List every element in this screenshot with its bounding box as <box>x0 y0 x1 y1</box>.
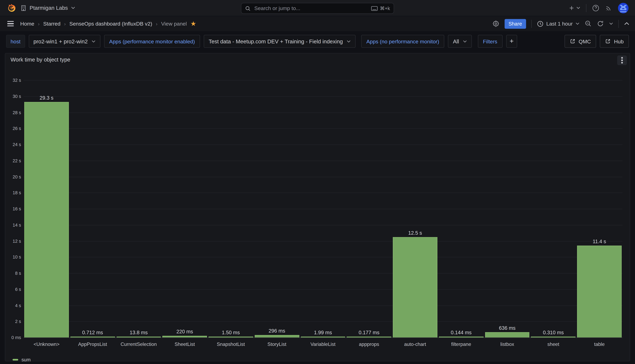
grafana-app: Ptarmigan Labs ⌘+k + <box>0 0 635 364</box>
y-tick-label: 32 s <box>13 78 21 82</box>
chevron-down-icon <box>71 6 75 9</box>
breadcrumb-home[interactable]: Home <box>20 20 35 27</box>
legend-item-sum[interactable]: sum <box>13 357 31 362</box>
bar[interactable] <box>577 246 622 338</box>
bar-value-label: 0.177 ms <box>346 330 392 336</box>
star-icon[interactable]: ★ <box>190 20 196 27</box>
plot-area: 29.3 s0.712 ms13.8 ms220 ms1.50 ms296 ms… <box>24 80 622 337</box>
y-tick-label: 4 s <box>15 303 21 308</box>
menu-button[interactable] <box>6 19 16 28</box>
bar[interactable] <box>393 237 437 338</box>
bar-value-label: 0.144 ms <box>438 330 484 336</box>
y-tick-label: 0 ms <box>12 335 21 340</box>
bar-column: 220 ms <box>162 80 208 337</box>
breadcrumb-dashboard[interactable]: SenseOps dashboard (InfluxDB v2) <box>70 20 152 27</box>
org-switcher[interactable]: Ptarmigan Labs <box>20 5 75 11</box>
plus-icon: + <box>569 4 574 12</box>
refresh-interval-dropdown[interactable] <box>609 22 613 25</box>
refresh-button[interactable] <box>597 20 604 27</box>
qmc-button[interactable]: QMC <box>564 35 596 48</box>
time-range-picker[interactable]: Last 1 hour <box>537 20 579 27</box>
apps-perf-enabled-link[interactable]: Apps (performance monitor enabled) <box>104 35 200 48</box>
x-tick-label: AppPropsList <box>70 342 116 347</box>
bar[interactable] <box>255 335 299 338</box>
org-name: Ptarmigan Labs <box>30 5 68 11</box>
panel-work-time-by-object-type: Work time by object type 32 s30 s28 s26 … <box>5 53 630 361</box>
top-header: Ptarmigan Labs ⌘+k + <box>0 0 635 16</box>
y-tick-label: 22 s <box>13 158 21 163</box>
panel-menu-button[interactable] <box>617 56 627 65</box>
chevron-down-icon <box>91 40 95 42</box>
bar[interactable] <box>347 336 391 337</box>
x-tick-label: appprops <box>346 342 392 347</box>
all-dropdown[interactable]: All <box>448 35 472 48</box>
grafana-logo-icon[interactable] <box>7 3 16 13</box>
bar[interactable] <box>485 332 530 338</box>
bar[interactable] <box>531 336 576 337</box>
bar-column: 1.99 ms <box>300 80 346 337</box>
bar-column: 0.712 ms <box>70 80 116 337</box>
bar[interactable] <box>24 102 69 337</box>
app-variable-value: Test data - Meetup.com DEV + Training - … <box>209 38 343 44</box>
gear-icon <box>492 20 499 27</box>
search-icon <box>245 6 251 11</box>
apps-no-perf-link[interactable]: Apps (no performance monitor) <box>361 35 444 48</box>
share-button[interactable]: Share <box>504 19 526 28</box>
zoom-out-button[interactable] <box>585 20 592 27</box>
legend-swatch <box>13 359 18 360</box>
y-tick-label: 24 s <box>13 142 21 147</box>
bar-value-label: 0.310 ms <box>530 330 576 336</box>
dashboard-settings-button[interactable] <box>492 20 499 27</box>
search-input[interactable] <box>253 5 368 12</box>
x-tick-label: <Unknown> <box>24 342 70 347</box>
bar-column: 11.4 s <box>576 80 622 337</box>
bar[interactable] <box>208 336 253 337</box>
panel-title[interactable]: Work time by object type <box>11 57 70 63</box>
refresh-icon <box>597 20 604 27</box>
bar-value-label: 12.5 s <box>392 230 438 236</box>
bar-column: 636 ms <box>484 80 530 337</box>
host-variable-value: pro2-win1 + pro2-win2 <box>34 38 88 44</box>
breadcrumb: Home › Starred › SenseOps dashboard (Inf… <box>20 20 196 27</box>
y-tick-label: 18 s <box>13 190 21 195</box>
breadcrumb-starred[interactable]: Starred <box>43 20 61 27</box>
y-tick-label: 2 s <box>15 319 21 324</box>
add-filter-button[interactable]: + <box>506 35 517 48</box>
bar[interactable] <box>301 336 345 337</box>
y-tick-label: 28 s <box>13 110 21 114</box>
bar[interactable] <box>162 336 207 337</box>
all-dropdown-value: All <box>453 38 459 44</box>
bars-container: 29.3 s0.712 ms13.8 ms220 ms1.50 ms296 ms… <box>24 80 622 337</box>
external-link-icon <box>570 38 575 44</box>
help-button[interactable] <box>592 4 599 12</box>
time-range-label: Last 1 hour <box>546 20 573 27</box>
hub-button[interactable]: Hub <box>600 35 629 48</box>
bar-column: 29.3 s <box>24 80 70 337</box>
chevron-down-icon <box>463 40 467 42</box>
x-tick-label: listbox <box>484 342 530 347</box>
y-tick-label: 8 s <box>15 271 21 276</box>
avatar[interactable] <box>618 3 628 13</box>
bar[interactable] <box>439 336 483 337</box>
bar[interactable] <box>116 336 161 337</box>
collapse-button[interactable] <box>624 22 629 26</box>
bar-value-label: 1.99 ms <box>300 330 346 336</box>
x-tick-label: SnapshotList <box>208 342 254 347</box>
filters-button[interactable]: Filters <box>478 35 502 48</box>
news-button[interactable] <box>605 4 612 12</box>
x-tick-label: StoryList <box>254 342 300 347</box>
search-box[interactable]: ⌘+k <box>241 3 394 14</box>
chevron-down-icon <box>575 22 579 25</box>
bar-value-label: 220 ms <box>162 329 208 335</box>
bar-value-label: 0.712 ms <box>70 330 116 336</box>
bar[interactable] <box>70 336 115 337</box>
bar-column: 12.5 s <box>392 80 438 337</box>
chevron-down-icon <box>347 40 351 42</box>
host-variable-dropdown[interactable]: pro2-win1 + pro2-win2 <box>29 35 100 48</box>
breadcrumb-separator: › <box>38 21 40 27</box>
chevron-up-icon <box>624 22 629 26</box>
app-variable-dropdown[interactable]: Test data - Meetup.com DEV + Training - … <box>204 35 356 48</box>
x-tick-label: VariableList <box>300 342 346 347</box>
clock-icon <box>537 20 543 27</box>
add-menu-button[interactable]: + <box>569 4 580 12</box>
